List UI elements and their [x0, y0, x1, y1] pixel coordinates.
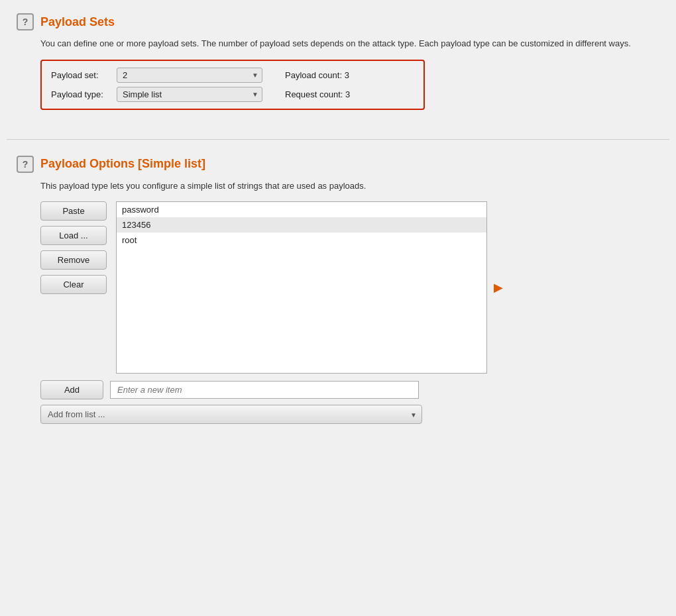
payload-options-description: This payload type lets you configure a s… [17, 180, 659, 193]
payload-type-row: Payload type: Simple list Runtime file C… [51, 87, 414, 102]
payload-set-select-wrapper: 1 2 3 [117, 68, 262, 83]
clear-button[interactable]: Clear [40, 275, 107, 294]
add-from-list-select[interactable]: Add from list ... Common passwords Usern… [40, 405, 422, 424]
arrow-icon: ▶ [494, 280, 503, 295]
payload-sets-title: Payload Sets [40, 15, 115, 29]
add-item-input[interactable] [110, 381, 419, 399]
payload-sets-description: You can define one or more payload sets.… [17, 37, 659, 50]
payload-type-select[interactable]: Simple list Runtime file Custom iterator… [117, 87, 262, 102]
payload-count-label: Payload count: 3 [285, 70, 349, 80]
payload-sets-section: ? Payload Sets You can define one or mor… [7, 7, 669, 130]
payload-options-header: ? Payload Options [Simple list] [17, 156, 659, 173]
payload-options-help-icon[interactable]: ? [17, 156, 34, 173]
list-item[interactable]: 123456 [117, 217, 486, 232]
payload-list-container: password 123456 root ▶ [116, 201, 487, 374]
payload-list[interactable]: password 123456 root [116, 201, 487, 374]
payload-sets-box: Payload set: 1 2 3 Payload count: 3 Payl… [40, 60, 425, 110]
payload-options-section: ? Payload Options [Simple list] This pay… [7, 149, 669, 438]
list-item[interactable]: password [117, 202, 486, 217]
payload-list-area: Paste Load ... Remove Clear password 123… [40, 201, 659, 374]
add-from-list-wrapper: Add from list ... Common passwords Usern… [40, 405, 422, 424]
payload-set-label: Payload set: [51, 70, 107, 80]
list-item[interactable]: root [117, 232, 486, 248]
payload-type-label: Payload type: [51, 89, 107, 99]
payload-set-select[interactable]: 1 2 3 [117, 68, 262, 83]
remove-button[interactable]: Remove [40, 250, 107, 270]
section-divider [7, 139, 669, 140]
add-row: Add [40, 380, 659, 399]
request-count-label: Request count: 3 [285, 89, 350, 99]
paste-button[interactable]: Paste [40, 201, 107, 221]
add-button[interactable]: Add [40, 380, 103, 399]
payload-set-row: Payload set: 1 2 3 Payload count: 3 [51, 68, 414, 83]
load-button[interactable]: Load ... [40, 226, 107, 245]
payload-type-select-wrapper: Simple list Runtime file Custom iterator… [117, 87, 262, 102]
payload-button-group: Paste Load ... Remove Clear [40, 201, 107, 294]
add-from-list-row: Add from list ... Common passwords Usern… [40, 405, 659, 424]
payload-options-title: Payload Options [Simple list] [40, 157, 205, 171]
payload-sets-help-icon[interactable]: ? [17, 13, 34, 30]
payload-sets-header: ? Payload Sets [17, 13, 659, 30]
